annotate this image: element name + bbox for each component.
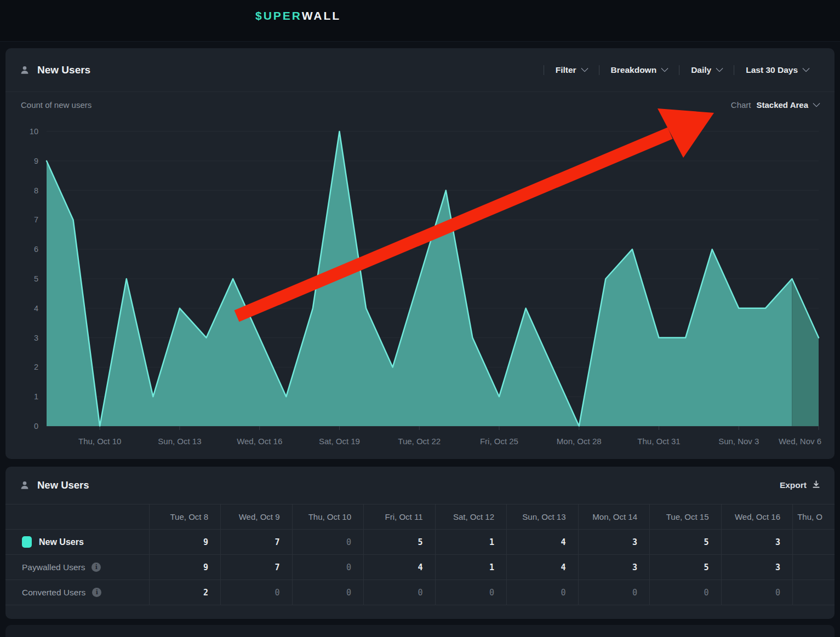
user-icon [20,480,30,490]
chevron-down-icon [581,65,588,72]
chart-controls: FilterBreakdownDailyLast 30 Days [544,65,820,75]
control-daily[interactable]: Daily [679,65,734,75]
table-cell: 3 [578,530,650,555]
chart-subtitle: Count of new users [21,100,92,110]
table-cell: 3 [721,530,793,555]
x-axis-label: Sat, Oct 19 [319,437,360,446]
x-axis-label: Tue, Oct 22 [398,437,441,446]
column-header: Thu, Oct 10 [292,504,364,530]
table-card-header: New Users Export [5,467,835,504]
table-cell: 0 [292,530,364,555]
table-cell: 0 [292,555,364,580]
y-axis-label: 8 [34,186,38,195]
column-header: Sat, Oct 12 [435,504,507,530]
export-button[interactable]: Export [780,480,820,491]
table-cell: 5 [650,530,722,555]
table-cell: 0 [578,580,650,605]
series-swatch [22,536,32,548]
x-axis-label: Sun, Oct 13 [158,437,201,446]
y-axis-label: 3 [34,334,38,342]
table-cell: 1 [435,530,507,555]
table-cell: 0 [221,580,293,605]
table-cell: 1 [435,555,507,580]
table-cell: 5 [364,530,436,555]
table-cell: 5 [650,555,722,580]
control-label: Daily [691,65,711,75]
table-cell: 9 [149,555,221,580]
table-corner-cell [5,504,149,530]
table-row: Paywalled Usersi970414353 [5,555,835,580]
info-icon[interactable]: i [92,588,101,597]
chevron-down-icon [813,99,820,107]
export-label: Export [780,480,807,490]
y-axis-label: 10 [30,127,38,136]
y-axis-label: 6 [34,245,38,254]
download-icon [812,480,820,491]
y-axis-label: 4 [34,304,38,313]
column-header: Fri, Oct 11 [364,504,436,530]
new-users-table: Tue, Oct 8Wed, Oct 9Thu, Oct 10Fri, Oct … [5,504,835,605]
chevron-down-icon [661,65,668,72]
y-axis-label: 2 [34,363,38,371]
control-filter[interactable]: Filter [544,65,599,75]
table-row: New Users970514353 [5,530,835,555]
table-cell: 7 [221,530,293,555]
stacked-area-chart: 012345678910Thu, Oct 10Sun, Oct 13Wed, O… [5,119,835,448]
table-cell: 2 [149,580,221,605]
logo-suffix: WALL [302,9,341,22]
x-axis-label: Wed, Oct 16 [237,437,282,446]
top-bar: $UPERWALL [0,0,840,42]
info-icon[interactable]: i [92,563,101,572]
chevron-down-icon [802,65,810,72]
x-axis-label: Fri, Oct 25 [480,437,518,446]
x-axis-label: Thu, Oct 31 [637,437,680,446]
table-cell: 0 [364,580,436,605]
row-label-new-users: New Users [5,530,149,555]
y-axis-label: 0 [34,422,38,431]
column-header: Tue, Oct 15 [650,504,722,530]
chart-subheader: Count of new users Chart Stacked Area [5,92,835,117]
column-header: Wed, Oct 9 [221,504,293,530]
table-cell [793,530,835,555]
table-cell: 0 [507,580,579,605]
area-fill-current-period [792,279,819,426]
next-card-peek [5,625,835,637]
x-axis-label: Mon, Oct 28 [557,437,602,446]
column-header: Thu, O [793,504,835,530]
control-breakdown[interactable]: Breakdown [599,65,679,75]
row-label-text: Paywalled Users [22,563,85,572]
y-axis-label: 1 [34,392,38,401]
control-label: Last 30 Days [746,65,798,75]
table-cell: 0 [650,580,722,605]
x-axis-label: Sun, Nov 3 [718,437,759,446]
row-label-text: Converted Users [22,588,85,598]
new-users-table-card: New Users Export Tue, Oct 8Wed, Oct 9Thu… [5,467,835,619]
control-last-30-days[interactable]: Last 30 Days [734,65,820,75]
chart-card-header: New Users FilterBreakdownDailyLast 30 Da… [5,48,835,92]
column-header: Tue, Oct 8 [149,504,221,530]
chart-card-title: New Users [37,64,90,76]
table-cell: 0 [721,580,793,605]
column-header: Mon, Oct 14 [578,504,650,530]
table-cell: 0 [435,580,507,605]
y-axis-label: 5 [34,274,38,283]
column-header: Sun, Oct 13 [507,504,579,530]
logo-prefix: $UPER [255,9,302,22]
superwall-logo: $UPERWALL [255,9,341,22]
y-axis-label: 7 [34,215,38,224]
table-card-title: New Users [37,479,89,491]
chart-type-label: Chart [731,100,751,110]
row-label-paywalled-users: Paywalled Usersi [5,555,149,580]
table-cell: 9 [149,530,221,555]
new-users-chart-card: New Users FilterBreakdownDailyLast 30 Da… [5,48,835,459]
control-label: Breakdown [611,65,657,75]
x-axis-label: Wed, Nov 6 [779,437,821,446]
column-header: Wed, Oct 16 [721,504,793,530]
table-cell: 3 [721,555,793,580]
chevron-down-icon [716,65,723,72]
row-label-text: New Users [39,537,84,547]
table-row: Converted Usersi200000000 [5,580,835,605]
chart-type-dropdown[interactable]: Chart Stacked Area [731,100,819,110]
y-axis-label: 9 [34,157,38,165]
table-header-row: Tue, Oct 8Wed, Oct 9Thu, Oct 10Fri, Oct … [5,504,835,530]
